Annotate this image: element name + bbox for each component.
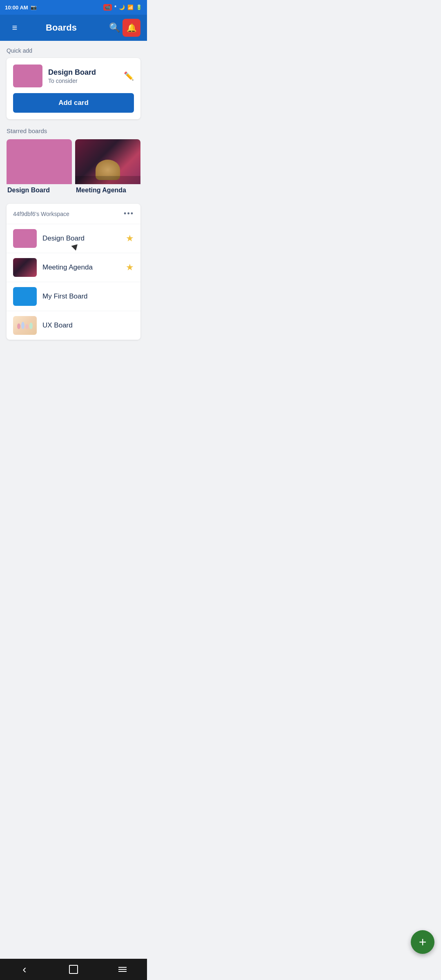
recent-apps-icon	[118, 967, 127, 972]
starred-board-design-name: Design Board	[7, 184, 72, 196]
home-icon	[69, 965, 78, 974]
starred-boards-label: Starred boards	[7, 127, 140, 134]
bluetooth-icon: *	[114, 4, 116, 10]
status-bar: 10:00 AM 📷 📹 * 🌙 📶 🔋	[0, 0, 147, 15]
starred-board-design-thumbnail	[7, 139, 72, 184]
board-list-item-first[interactable]: My First Board	[7, 282, 140, 311]
main-content: Quick add Design Board To consider ✏️ Ad…	[0, 41, 147, 354]
board-design-thumbnail	[13, 229, 37, 248]
board-list-item-meeting[interactable]: Meeting Agenda ★	[7, 253, 140, 282]
quick-add-card: Design Board To consider ✏️ Add card	[7, 58, 140, 119]
back-button[interactable]: ‹	[12, 959, 37, 980]
board-first-thumbnail	[13, 287, 37, 306]
board-ux-thumbnail	[13, 316, 37, 335]
quick-add-board-subtitle: To consider	[48, 78, 96, 84]
workspace-section: 44f9dbf6's Workspace ••• Design Board ★ …	[7, 204, 140, 340]
camera-icon: 📷	[31, 4, 37, 10]
starred-board-meeting-name: Meeting Agenda	[75, 184, 140, 196]
board-design-star-icon[interactable]: ★	[126, 233, 134, 244]
top-nav: ≡ Boards 🔍 🔔	[0, 15, 147, 41]
quick-add-label: Quick add	[7, 47, 140, 54]
status-right: 📹 * 🌙 📶 🔋	[103, 4, 142, 11]
home-button[interactable]	[61, 959, 86, 980]
notification-button[interactable]: 🔔	[122, 19, 140, 37]
bell-icon: 🔔	[127, 23, 137, 33]
record-icon: 📹	[103, 4, 112, 11]
board-list-item-design[interactable]: Design Board ★	[7, 224, 140, 253]
status-time: 10:00 AM	[5, 4, 28, 11]
more-icon: •••	[124, 209, 134, 218]
starred-board-design[interactable]: Design Board	[7, 139, 72, 196]
add-card-button[interactable]: Add card	[13, 93, 134, 113]
quick-add-info: Design Board To consider	[13, 65, 96, 87]
quick-add-board-info: Design Board To consider	[48, 68, 96, 84]
moon-icon: 🌙	[119, 4, 125, 10]
battery-icon: 🔋	[136, 4, 142, 10]
edit-board-button[interactable]: ✏️	[124, 71, 134, 81]
search-icon: 🔍	[109, 22, 120, 33]
quick-add-board-thumbnail	[13, 65, 42, 87]
workspace-header: 44f9dbf6's Workspace •••	[7, 204, 140, 224]
starred-board-meeting[interactable]: Meeting Agenda	[75, 139, 140, 196]
starred-board-meeting-thumbnail	[75, 139, 140, 184]
board-design-name: Design Board	[42, 234, 126, 243]
quick-add-board-name: Design Board	[48, 68, 96, 77]
wifi-icon: 📶	[127, 4, 134, 10]
board-meeting-name: Meeting Agenda	[42, 263, 126, 272]
pencil-icon: ✏️	[124, 71, 134, 80]
workspace-more-button[interactable]: •••	[124, 209, 134, 218]
workspace-name: 44f9dbf6's Workspace	[13, 211, 69, 217]
search-button[interactable]: 🔍	[106, 20, 122, 36]
board-ux-name: UX Board	[42, 321, 134, 330]
board-meeting-thumbnail	[13, 258, 37, 277]
back-icon: ‹	[22, 963, 26, 976]
board-list-item-ux[interactable]: UX Board	[7, 311, 140, 340]
starred-boards-grid: Design Board Meeting Agenda	[7, 139, 140, 196]
board-meeting-star-icon[interactable]: ★	[126, 262, 134, 273]
quick-add-top: Design Board To consider ✏️	[13, 65, 134, 87]
status-left: 10:00 AM 📷	[5, 4, 37, 11]
recent-apps-button[interactable]	[110, 959, 135, 980]
bottom-nav-bar: ‹	[0, 959, 147, 980]
page-title: Boards	[16, 22, 106, 33]
board-first-name: My First Board	[42, 292, 134, 301]
